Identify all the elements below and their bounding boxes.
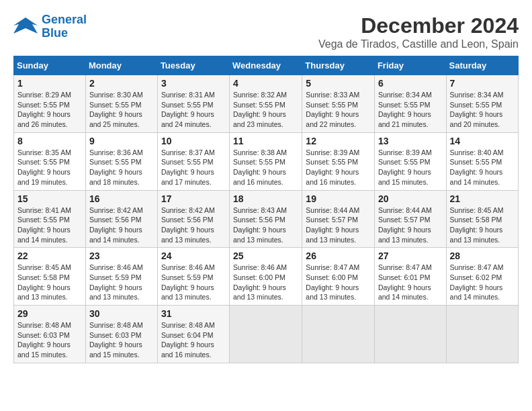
title-block: December 2024 Vega de Tirados, Castille … [318, 13, 519, 50]
day-number: 17 [161, 193, 226, 204]
day-number: 2 [89, 78, 154, 89]
day-info: Sunrise: 8:32 AM Sunset: 5:55 PM Dayligh… [233, 90, 298, 130]
day-number: 10 [161, 136, 226, 146]
header-saturday: Saturday [446, 56, 518, 75]
day-info: Sunrise: 8:39 AM Sunset: 5:55 PM Dayligh… [378, 148, 443, 187]
logo-icon [13, 15, 38, 39]
day-info: Sunrise: 8:29 AM Sunset: 5:55 PM Dayligh… [17, 90, 82, 130]
day-number: 9 [89, 136, 154, 146]
day-cell [230, 306, 302, 363]
day-number: 3 [161, 78, 226, 89]
day-cell: 11 Sunrise: 8:38 AM Sunset: 5:55 PM Dayl… [230, 132, 302, 190]
day-info: Sunrise: 8:33 AM Sunset: 5:55 PM Dayligh… [306, 90, 371, 130]
day-cell: 15 Sunrise: 8:41 AM Sunset: 5:55 PM Dayl… [14, 190, 86, 248]
day-cell: 7 Sunrise: 8:34 AM Sunset: 5:55 PM Dayli… [446, 75, 518, 133]
day-info: Sunrise: 8:46 AM Sunset: 6:00 PM Dayligh… [233, 263, 298, 302]
week-row-4: 22 Sunrise: 8:45 AM Sunset: 5:58 PM Dayl… [14, 248, 519, 306]
day-number: 6 [378, 78, 443, 89]
day-cell: 23 Sunrise: 8:46 AM Sunset: 5:59 PM Dayl… [85, 248, 157, 306]
calendar-header: Sunday Monday Tuesday Wednesday Thursday… [14, 56, 519, 75]
day-number: 31 [161, 308, 226, 319]
day-info: Sunrise: 8:43 AM Sunset: 5:56 PM Dayligh… [233, 205, 298, 245]
day-number: 14 [450, 136, 515, 146]
day-cell: 31 Sunrise: 8:48 AM Sunset: 6:04 PM Dayl… [157, 306, 229, 363]
day-number: 30 [89, 308, 154, 319]
day-cell: 28 Sunrise: 8:47 AM Sunset: 6:02 PM Dayl… [446, 248, 518, 306]
day-number: 8 [17, 136, 82, 146]
day-info: Sunrise: 8:35 AM Sunset: 5:55 PM Dayligh… [17, 148, 82, 187]
day-info: Sunrise: 8:40 AM Sunset: 5:55 PM Dayligh… [450, 148, 515, 187]
header-friday: Friday [374, 56, 446, 75]
week-row-3: 15 Sunrise: 8:41 AM Sunset: 5:55 PM Dayl… [14, 190, 519, 248]
day-info: Sunrise: 8:36 AM Sunset: 5:55 PM Dayligh… [89, 148, 154, 187]
day-number: 15 [17, 193, 82, 204]
header-sunday: Sunday [14, 56, 86, 75]
day-number: 20 [378, 193, 443, 204]
day-info: Sunrise: 8:48 AM Sunset: 6:03 PM Dayligh… [89, 320, 154, 360]
day-cell: 9 Sunrise: 8:36 AM Sunset: 5:55 PM Dayli… [85, 132, 157, 190]
day-number: 7 [450, 78, 515, 89]
logo-general: General [42, 13, 87, 26]
day-cell: 14 Sunrise: 8:40 AM Sunset: 5:55 PM Dayl… [446, 132, 518, 190]
day-number: 23 [89, 250, 154, 261]
day-number: 19 [306, 193, 371, 204]
day-cell: 10 Sunrise: 8:37 AM Sunset: 5:55 PM Dayl… [157, 132, 229, 190]
day-info: Sunrise: 8:44 AM Sunset: 5:57 PM Dayligh… [378, 205, 443, 245]
day-info: Sunrise: 8:34 AM Sunset: 5:55 PM Dayligh… [450, 90, 515, 130]
day-cell [374, 306, 446, 363]
day-info: Sunrise: 8:46 AM Sunset: 5:59 PM Dayligh… [161, 263, 226, 302]
day-cell: 29 Sunrise: 8:48 AM Sunset: 6:03 PM Dayl… [14, 306, 86, 363]
day-info: Sunrise: 8:41 AM Sunset: 5:55 PM Dayligh… [17, 205, 82, 245]
day-number: 21 [450, 193, 515, 204]
day-cell: 25 Sunrise: 8:46 AM Sunset: 6:00 PM Dayl… [230, 248, 302, 306]
day-info: Sunrise: 8:42 AM Sunset: 5:56 PM Dayligh… [89, 205, 154, 245]
day-cell: 16 Sunrise: 8:42 AM Sunset: 5:56 PM Dayl… [85, 190, 157, 248]
day-number: 22 [17, 250, 82, 261]
day-number: 11 [233, 136, 298, 146]
header-monday: Monday [85, 56, 157, 75]
day-info: Sunrise: 8:45 AM Sunset: 5:58 PM Dayligh… [450, 205, 515, 245]
day-cell: 21 Sunrise: 8:45 AM Sunset: 5:58 PM Dayl… [446, 190, 518, 248]
day-cell: 24 Sunrise: 8:46 AM Sunset: 5:59 PM Dayl… [157, 248, 229, 306]
week-row-2: 8 Sunrise: 8:35 AM Sunset: 5:55 PM Dayli… [14, 132, 519, 190]
day-cell: 13 Sunrise: 8:39 AM Sunset: 5:55 PM Dayl… [374, 132, 446, 190]
day-cell: 4 Sunrise: 8:32 AM Sunset: 5:55 PM Dayli… [230, 75, 302, 133]
day-number: 27 [378, 250, 443, 261]
day-number: 25 [233, 250, 298, 261]
calendar-table: Sunday Monday Tuesday Wednesday Thursday… [13, 56, 519, 363]
day-info: Sunrise: 8:45 AM Sunset: 5:58 PM Dayligh… [17, 263, 82, 302]
day-number: 24 [161, 250, 226, 261]
day-cell: 27 Sunrise: 8:47 AM Sunset: 6:01 PM Dayl… [374, 248, 446, 306]
day-info: Sunrise: 8:38 AM Sunset: 5:55 PM Dayligh… [233, 148, 298, 187]
day-number: 26 [306, 250, 371, 261]
day-cell: 17 Sunrise: 8:42 AM Sunset: 5:56 PM Dayl… [157, 190, 229, 248]
week-row-5: 29 Sunrise: 8:48 AM Sunset: 6:03 PM Dayl… [14, 306, 519, 363]
logo-blue: Blue [42, 27, 87, 40]
day-cell [446, 306, 518, 363]
day-info: Sunrise: 8:37 AM Sunset: 5:55 PM Dayligh… [161, 148, 226, 187]
day-info: Sunrise: 8:47 AM Sunset: 6:00 PM Dayligh… [306, 263, 371, 302]
day-cell: 18 Sunrise: 8:43 AM Sunset: 5:56 PM Dayl… [230, 190, 302, 248]
week-row-1: 1 Sunrise: 8:29 AM Sunset: 5:55 PM Dayli… [14, 75, 519, 133]
day-info: Sunrise: 8:47 AM Sunset: 6:02 PM Dayligh… [450, 263, 515, 302]
day-number: 29 [17, 308, 82, 319]
day-number: 12 [306, 136, 371, 146]
day-cell: 6 Sunrise: 8:34 AM Sunset: 5:55 PM Dayli… [374, 75, 446, 133]
day-cell: 1 Sunrise: 8:29 AM Sunset: 5:55 PM Dayli… [14, 75, 86, 133]
day-info: Sunrise: 8:44 AM Sunset: 5:57 PM Dayligh… [306, 205, 371, 245]
day-cell: 22 Sunrise: 8:45 AM Sunset: 5:58 PM Dayl… [14, 248, 86, 306]
page-subtitle: Vega de Tirados, Castille and Leon, Spai… [318, 38, 519, 50]
day-cell: 5 Sunrise: 8:33 AM Sunset: 5:55 PM Dayli… [302, 75, 375, 133]
day-number: 5 [306, 78, 371, 89]
day-number: 13 [378, 136, 443, 146]
header-tuesday: Tuesday [157, 56, 229, 75]
calendar-body: 1 Sunrise: 8:29 AM Sunset: 5:55 PM Dayli… [14, 75, 519, 363]
day-info: Sunrise: 8:48 AM Sunset: 6:03 PM Dayligh… [17, 320, 82, 360]
header-thursday: Thursday [302, 56, 375, 75]
day-info: Sunrise: 8:48 AM Sunset: 6:04 PM Dayligh… [161, 320, 226, 360]
day-info: Sunrise: 8:31 AM Sunset: 5:55 PM Dayligh… [161, 90, 226, 130]
day-info: Sunrise: 8:47 AM Sunset: 6:01 PM Dayligh… [378, 263, 443, 302]
day-info: Sunrise: 8:46 AM Sunset: 5:59 PM Dayligh… [89, 263, 154, 302]
day-cell: 19 Sunrise: 8:44 AM Sunset: 5:57 PM Dayl… [302, 190, 375, 248]
day-cell: 20 Sunrise: 8:44 AM Sunset: 5:57 PM Dayl… [374, 190, 446, 248]
